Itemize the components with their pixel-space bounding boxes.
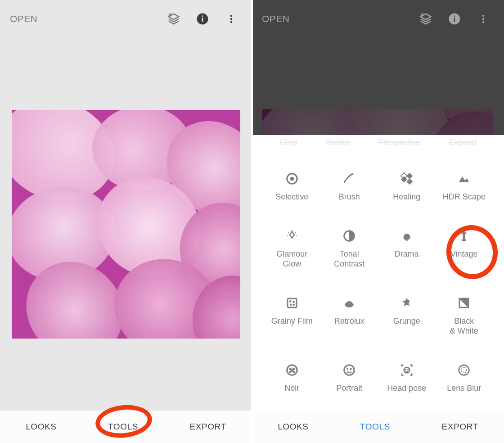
tool-tonal-contrast[interactable]: Tonal Contrast bbox=[323, 228, 376, 269]
tab-looks[interactable]: LOOKS bbox=[278, 422, 308, 432]
tool-perspective-label: Perspective bbox=[378, 138, 420, 147]
tool-expand-label: Expand bbox=[449, 138, 476, 147]
retrolux-icon bbox=[342, 295, 357, 311]
tool-label: Glamour Glow bbox=[276, 249, 307, 269]
edit-stack-icon[interactable] bbox=[415, 8, 436, 30]
tool-grainy-film[interactable]: Grainy Film bbox=[266, 295, 319, 336]
tool-label: Black & White bbox=[450, 316, 478, 336]
tab-looks[interactable]: LOOKS bbox=[26, 422, 56, 432]
tool-portrait[interactable]: Portrait bbox=[323, 362, 376, 393]
glamour-glow-icon bbox=[284, 228, 300, 244]
tool-label: Drama bbox=[395, 249, 419, 259]
tab-export[interactable]: EXPORT bbox=[189, 422, 226, 432]
tool-label: Selective bbox=[275, 192, 308, 202]
tool-label: Noir bbox=[284, 383, 299, 393]
tool-label: Retrolux bbox=[334, 316, 364, 326]
more-icon[interactable] bbox=[472, 8, 494, 30]
tool-black-white[interactable]: Black & White bbox=[438, 295, 491, 336]
tool-label: Vintage bbox=[450, 249, 478, 259]
info-icon[interactable] bbox=[444, 8, 465, 30]
tool-label: Tonal Contrast bbox=[334, 249, 364, 269]
drama-icon bbox=[399, 228, 414, 244]
tool-hdr-scape[interactable]: HDR Scape bbox=[438, 171, 491, 202]
vintage-icon bbox=[456, 228, 472, 244]
right-topbar: OPEN bbox=[252, 0, 504, 38]
tools-row-partial: Crop Rotate Perspective Expand bbox=[252, 135, 504, 151]
tool-noir[interactable]: Noir bbox=[266, 362, 319, 393]
tool-lens-blur[interactable]: Lens Blur bbox=[438, 362, 491, 393]
image-canvas[interactable] bbox=[0, 38, 252, 411]
tools-panel[interactable]: Selective Brush Healing HDR Scape Glamou… bbox=[252, 151, 504, 411]
right-bottom-tabs: LOOKS TOOLS EXPORT bbox=[252, 411, 504, 443]
tool-label: HDR Scape bbox=[443, 192, 486, 202]
tab-tools[interactable]: TOOLS bbox=[108, 422, 138, 432]
tool-glamour-glow[interactable]: Glamour Glow bbox=[266, 228, 319, 269]
tool-label: Head pose bbox=[387, 383, 426, 393]
lens-blur-icon bbox=[456, 362, 472, 378]
left-bottom-tabs: LOOKS TOOLS EXPORT bbox=[0, 411, 252, 443]
brush-icon bbox=[342, 171, 357, 186]
portrait-icon bbox=[342, 362, 357, 378]
tool-brush[interactable]: Brush bbox=[323, 171, 376, 202]
tool-selective[interactable]: Selective bbox=[266, 171, 319, 202]
head-pose-icon bbox=[399, 362, 414, 378]
hdr-scape-icon bbox=[456, 171, 472, 186]
tool-label: Brush bbox=[339, 192, 360, 202]
tool-crop-label: Crop bbox=[280, 138, 297, 147]
open-button[interactable]: OPEN bbox=[262, 14, 290, 24]
tool-grunge[interactable]: Grunge bbox=[380, 295, 433, 336]
photo-pink-flowers bbox=[12, 110, 240, 339]
tab-export[interactable]: EXPORT bbox=[441, 422, 478, 432]
black-white-icon bbox=[456, 295, 472, 311]
selective-icon bbox=[284, 171, 300, 186]
tool-vintage[interactable]: Vintage bbox=[438, 228, 491, 269]
tonal-contrast-icon bbox=[342, 228, 357, 244]
tool-rotate-label: Rotate bbox=[326, 138, 350, 147]
screenshot-divider bbox=[251, 0, 253, 443]
noir-icon bbox=[284, 362, 300, 378]
left-topbar: OPEN bbox=[0, 0, 252, 38]
tab-tools[interactable]: TOOLS bbox=[360, 422, 390, 432]
healing-icon bbox=[399, 171, 414, 186]
grainy-film-icon bbox=[284, 295, 300, 311]
info-icon[interactable] bbox=[192, 8, 213, 30]
tools-grid: Selective Brush Healing HDR Scape Glamou… bbox=[252, 151, 504, 402]
open-button[interactable]: OPEN bbox=[10, 14, 38, 24]
edit-stack-icon[interactable] bbox=[163, 8, 184, 30]
tool-label: Lens Blur bbox=[447, 383, 481, 393]
tool-healing[interactable]: Healing bbox=[380, 171, 433, 202]
left-screenshot: OPEN LOOKS TOOLS EXPORT bbox=[0, 0, 252, 443]
tool-label: Grainy Film bbox=[271, 316, 313, 326]
tool-label: Healing bbox=[393, 192, 420, 202]
right-screenshot: OPEN Crop Rotate Perspective Expand Sele… bbox=[252, 0, 504, 443]
tool-drama[interactable]: Drama bbox=[380, 228, 433, 269]
tool-retrolux[interactable]: Retrolux bbox=[323, 295, 376, 336]
tool-label: Grunge bbox=[393, 316, 420, 326]
more-icon[interactable] bbox=[220, 8, 242, 30]
grunge-icon bbox=[399, 295, 414, 311]
tool-label: Portrait bbox=[336, 383, 362, 393]
tool-head-pose[interactable]: Head pose bbox=[380, 362, 433, 393]
